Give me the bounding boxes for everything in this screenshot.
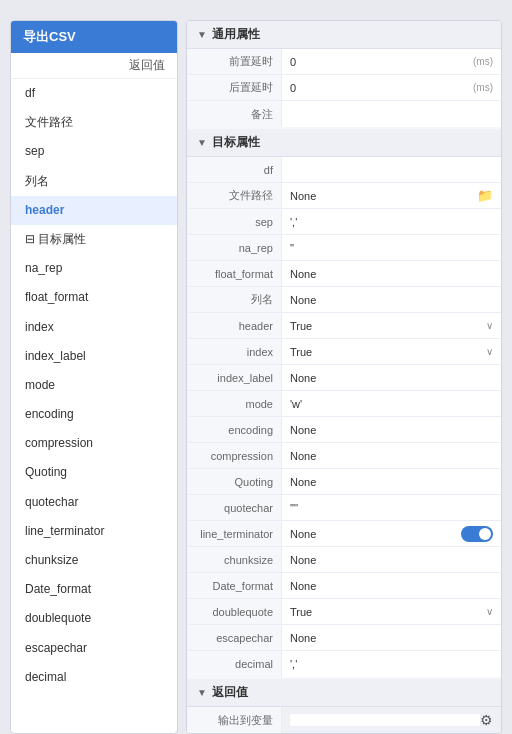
sidebar-item-compression[interactable]: compression bbox=[11, 429, 177, 458]
prop-value-line_terminator[interactable]: None bbox=[282, 523, 501, 545]
prop-row-na_rep: na_rep bbox=[187, 235, 501, 261]
unit-label: (ms) bbox=[473, 56, 493, 67]
prop-value-df[interactable] bbox=[282, 161, 501, 179]
text-input-mode[interactable] bbox=[290, 398, 493, 410]
text-input-index_label[interactable] bbox=[290, 372, 493, 384]
sidebar-item-mode[interactable]: mode bbox=[11, 371, 177, 400]
prop-value-decimal[interactable] bbox=[282, 655, 501, 673]
unit-label: (ms) bbox=[473, 82, 493, 93]
remark-input[interactable] bbox=[290, 108, 493, 120]
variable-icon[interactable]: ⚙ bbox=[480, 712, 493, 728]
prop-value-chunksize[interactable] bbox=[282, 551, 501, 569]
chevron-down-icon[interactable]: ∨ bbox=[486, 606, 493, 617]
text-input-float_format[interactable] bbox=[290, 268, 493, 280]
prop-label: 列名 bbox=[187, 287, 282, 312]
general-section-header[interactable]: ▼ 通用属性 bbox=[187, 21, 501, 49]
text-input-decimal[interactable] bbox=[290, 658, 493, 670]
prop-value-index_label[interactable] bbox=[282, 369, 501, 387]
dropdown-value: True bbox=[290, 320, 312, 332]
prop-value-列名[interactable] bbox=[282, 291, 501, 309]
return-rows: 输出到变量⚙ bbox=[187, 707, 501, 733]
prop-value-Date_format[interactable] bbox=[282, 577, 501, 595]
prop-value-na_rep[interactable] bbox=[282, 239, 501, 257]
text-input-na_rep[interactable] bbox=[290, 242, 493, 254]
text-input-escapechar[interactable] bbox=[290, 632, 493, 644]
folder-icon[interactable]: 📁 bbox=[477, 188, 493, 203]
prop-value bbox=[282, 105, 501, 123]
prop-label: na_rep bbox=[187, 235, 282, 260]
sidebar-item-float_format[interactable]: float_format bbox=[11, 283, 177, 312]
sidebar-item-escapechar[interactable]: escapechar bbox=[11, 634, 177, 663]
prop-row-index_label: index_label bbox=[187, 365, 501, 391]
prop-value-mode[interactable] bbox=[282, 395, 501, 413]
sidebar-item-quotechar[interactable]: quotechar bbox=[11, 488, 177, 517]
delay-input[interactable] bbox=[290, 82, 469, 94]
prop-row-line_terminator: line_terminatorNone bbox=[187, 521, 501, 547]
chevron-down-icon-2: ▼ bbox=[197, 137, 207, 148]
prop-row-compression: compression bbox=[187, 443, 501, 469]
prop-value-header[interactable]: True∨ bbox=[282, 317, 501, 335]
text-input-Date_format[interactable] bbox=[290, 580, 493, 592]
sidebar-item-line_terminator[interactable]: line_terminator bbox=[11, 517, 177, 546]
sidebar-item-chunksize[interactable]: chunksize bbox=[11, 546, 177, 575]
text-input-Quoting[interactable] bbox=[290, 476, 493, 488]
sidebar-item-doublequote[interactable]: doublequote bbox=[11, 604, 177, 633]
prop-value-index[interactable]: True∨ bbox=[282, 343, 501, 361]
sidebar-item-target-props-label[interactable]: ⊟ 目标属性 bbox=[11, 225, 177, 254]
prop-label: header bbox=[187, 313, 282, 338]
prop-value-return[interactable]: ⚙ bbox=[282, 709, 501, 731]
prop-label: doublequote bbox=[187, 599, 282, 624]
prop-label: escapechar bbox=[187, 625, 282, 650]
toggle-value: None bbox=[290, 528, 316, 540]
text-input-sep[interactable] bbox=[290, 216, 493, 228]
prop-value-Quoting[interactable] bbox=[282, 473, 501, 491]
sidebar-item-filepath[interactable]: 文件路径 bbox=[11, 108, 177, 137]
target-rows: df文件路径None📁sepna_repfloat_format列名header… bbox=[187, 157, 501, 677]
sidebar-item-date_format[interactable]: Date_format bbox=[11, 575, 177, 604]
chevron-down-icon[interactable]: ∨ bbox=[486, 346, 493, 357]
right-panel: ▼ 通用属性 前置延时(ms)后置延时(ms)备注 ▼ 目标属性 df文件路径N… bbox=[186, 20, 502, 734]
prop-value-compression[interactable] bbox=[282, 447, 501, 465]
sidebar-item-sep[interactable]: sep bbox=[11, 137, 177, 166]
sidebar-item-index_label[interactable]: index_label bbox=[11, 342, 177, 371]
toggle-switch[interactable] bbox=[461, 526, 493, 542]
left-panel-items: df文件路径sep列名header⊟ 目标属性na_repfloat_forma… bbox=[11, 79, 177, 692]
prop-value-文件路径[interactable]: None📁 bbox=[282, 185, 501, 206]
prop-value-sep[interactable] bbox=[282, 213, 501, 231]
prop-label: 前置延时 bbox=[187, 49, 282, 74]
return-section-header[interactable]: ▼ 返回值 bbox=[187, 679, 501, 707]
text-input-列名[interactable] bbox=[290, 294, 493, 306]
return-variable-input[interactable] bbox=[290, 714, 480, 726]
text-input-chunksize[interactable] bbox=[290, 554, 493, 566]
prop-label: 备注 bbox=[187, 101, 282, 127]
sidebar-item-index[interactable]: index bbox=[11, 313, 177, 342]
return-section-label: 返回值 bbox=[212, 684, 248, 701]
prop-value[interactable]: (ms) bbox=[282, 53, 501, 71]
text-input-compression[interactable] bbox=[290, 450, 493, 462]
prop-value-float_format[interactable] bbox=[282, 265, 501, 283]
prop-row-mode: mode bbox=[187, 391, 501, 417]
sidebar-item-header[interactable]: header bbox=[11, 196, 177, 225]
dropdown-value: True bbox=[290, 346, 312, 358]
sidebar-item-na_rep[interactable]: na_rep bbox=[11, 254, 177, 283]
chevron-down-icon[interactable]: ∨ bbox=[486, 320, 493, 331]
chevron-down-icon: ▼ bbox=[197, 29, 207, 40]
sidebar-item-quoting[interactable]: Quoting bbox=[11, 458, 177, 487]
sidebar-item-encoding[interactable]: encoding bbox=[11, 400, 177, 429]
prop-value[interactable]: (ms) bbox=[282, 79, 501, 97]
text-input-quotechar[interactable] bbox=[290, 502, 493, 514]
prop-value-encoding[interactable] bbox=[282, 421, 501, 439]
general-rows: 前置延时(ms)后置延时(ms)备注 bbox=[187, 49, 501, 127]
text-input-encoding[interactable] bbox=[290, 424, 493, 436]
delay-input[interactable] bbox=[290, 56, 469, 68]
sidebar-item-decimal[interactable]: decimal bbox=[11, 663, 177, 692]
target-section-header[interactable]: ▼ 目标属性 bbox=[187, 129, 501, 157]
prop-value-escapechar[interactable] bbox=[282, 629, 501, 647]
text-input-df[interactable] bbox=[290, 164, 493, 176]
sidebar-item-colnames[interactable]: 列名 bbox=[11, 167, 177, 196]
prop-row-index: indexTrue∨ bbox=[187, 339, 501, 365]
prop-value-quotechar[interactable] bbox=[282, 499, 501, 517]
prop-value-doublequote[interactable]: True∨ bbox=[282, 603, 501, 621]
target-section-label: 目标属性 bbox=[212, 134, 260, 151]
sidebar-item-df[interactable]: df bbox=[11, 79, 177, 108]
